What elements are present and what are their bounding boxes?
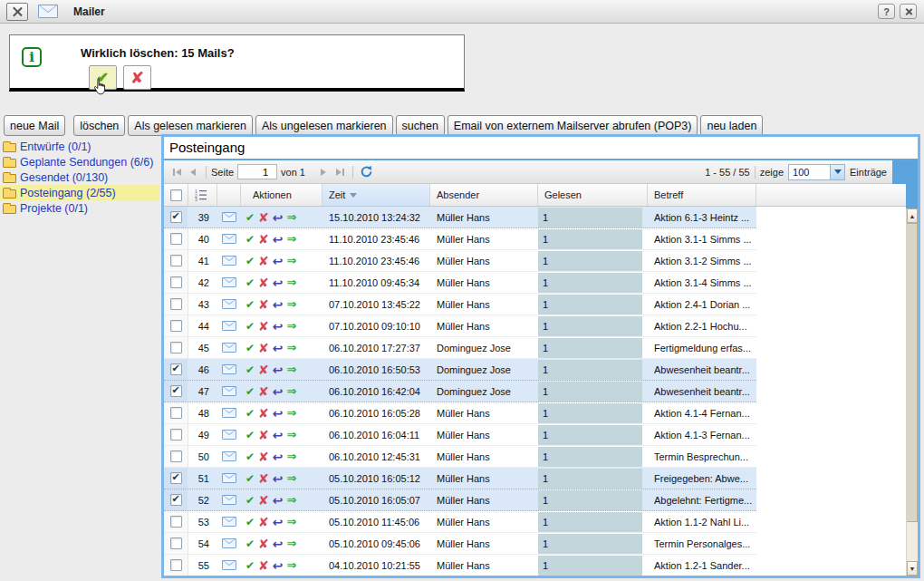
reply-icon[interactable] — [273, 255, 284, 267]
forward-icon[interactable] — [287, 233, 297, 245]
accept-icon[interactable] — [245, 451, 255, 462]
row-checkbox[interactable] — [170, 233, 182, 245]
help-button[interactable]: ? — [878, 4, 895, 19]
row-checkbox[interactable] — [170, 472, 182, 484]
table-row[interactable]: 40 11.10.2010 23:45:46 Müller Hans 1 Akt… — [164, 228, 756, 250]
delete-icon[interactable] — [258, 429, 269, 441]
accept-icon[interactable] — [245, 386, 255, 397]
table-row[interactable]: 42 11.10.2010 09:45:34 Müller Hans 1 Akt… — [164, 272, 756, 294]
mail-icon-header[interactable] — [217, 184, 241, 206]
reply-icon[interactable] — [273, 516, 284, 528]
reply-icon[interactable] — [273, 494, 284, 507]
select-all-checkbox[interactable] — [170, 189, 182, 201]
table-row[interactable]: 43 07.10.2010 13:45:22 Müller Hans 1 Akt… — [164, 294, 756, 315]
forward-icon[interactable] — [287, 276, 297, 288]
table-row[interactable]: 41 11.10.2010 23:45:46 Müller Hans 1 Akt… — [164, 250, 756, 272]
page-input[interactable] — [237, 164, 277, 179]
accept-icon[interactable] — [245, 256, 255, 266]
forward-icon[interactable] — [287, 407, 297, 419]
window-close-button[interactable] — [6, 3, 28, 21]
scroll-up-button[interactable] — [907, 208, 918, 223]
forward-icon[interactable] — [287, 516, 297, 528]
refresh-button[interactable] — [360, 165, 373, 179]
row-checkbox[interactable] — [170, 516, 182, 528]
row-checkbox[interactable] — [170, 450, 182, 462]
reply-icon[interactable] — [273, 320, 284, 333]
sidebar-folder-item[interactable]: Gesendet (0/130) — [0, 169, 159, 185]
forward-icon[interactable] — [287, 255, 297, 266]
table-row[interactable]: 47 06.10.2010 16:42:04 Dominguez Jose 1 … — [164, 381, 756, 402]
last-page-button[interactable] — [332, 164, 348, 180]
sidebar-folder-item[interactable]: Geplante Sendungen (6/6) — [0, 154, 159, 169]
accept-icon[interactable] — [245, 321, 255, 332]
forward-icon[interactable] — [287, 363, 297, 375]
reply-icon[interactable] — [273, 211, 284, 224]
delete-icon[interactable] — [258, 298, 269, 311]
reply-icon[interactable] — [273, 276, 284, 289]
row-checkbox[interactable] — [170, 298, 182, 310]
delete-icon[interactable] — [258, 342, 269, 354]
close-button[interactable] — [900, 4, 917, 19]
delete-icon[interactable] — [258, 320, 269, 333]
row-checkbox[interactable] — [170, 276, 182, 288]
reply-icon[interactable] — [273, 472, 284, 485]
forward-icon[interactable] — [287, 559, 297, 571]
forward-icon[interactable] — [287, 342, 297, 353]
column-header-absender[interactable]: Absender — [430, 184, 538, 206]
delete-icon[interactable] — [258, 407, 269, 420]
row-checkbox[interactable] — [170, 385, 182, 397]
accept-icon[interactable] — [245, 299, 255, 310]
delete-icon[interactable] — [258, 255, 269, 267]
delete-icon[interactable] — [258, 211, 269, 224]
accept-icon[interactable] — [245, 538, 255, 549]
reply-icon[interactable] — [273, 298, 284, 311]
reply-icon[interactable] — [273, 233, 284, 246]
delete-icon[interactable] — [258, 233, 269, 246]
table-row[interactable]: 52 05.10.2010 16:05:07 Müller Hans 1 Abg… — [164, 489, 756, 511]
column-header-zeit[interactable]: Zeit — [322, 184, 430, 206]
reply-icon[interactable] — [273, 385, 284, 398]
row-checkbox[interactable] — [170, 211, 182, 223]
table-row[interactable]: 44 07.10.2010 09:10:10 Müller Hans 1 Akt… — [164, 315, 756, 337]
scrollbar-track[interactable] — [907, 223, 918, 561]
reply-icon[interactable] — [273, 342, 284, 354]
accept-icon[interactable] — [245, 473, 255, 484]
table-row[interactable]: 39 15.10.2010 13:24:32 Müller Hans 1 Akt… — [164, 207, 756, 228]
page-size-select[interactable]: 100 — [788, 164, 845, 180]
row-checkbox[interactable] — [170, 342, 182, 353]
accept-icon[interactable] — [245, 234, 255, 245]
forward-icon[interactable] — [287, 429, 297, 441]
scrollbar-thumb[interactable] — [907, 223, 918, 522]
accept-icon[interactable] — [245, 277, 255, 288]
prev-page-button[interactable] — [185, 164, 201, 180]
delete-icon[interactable] — [258, 385, 269, 398]
row-checkbox[interactable] — [170, 255, 182, 266]
mark-read-button[interactable]: Als gelesen markieren — [128, 115, 253, 136]
reply-icon[interactable] — [273, 363, 284, 376]
table-row[interactable]: 55 04.10.2010 10:21:55 Müller Hans 1 Akt… — [164, 555, 756, 576]
column-header-gelesen[interactable]: Gelesen — [538, 184, 648, 206]
forward-icon[interactable] — [287, 385, 297, 397]
forward-icon[interactable] — [287, 494, 297, 506]
accept-icon[interactable] — [245, 430, 255, 441]
sidebar-folder-item[interactable]: Projekte (0/1) — [0, 200, 159, 216]
accept-icon[interactable] — [245, 408, 255, 419]
row-checkbox[interactable] — [170, 363, 182, 375]
row-checkbox[interactable] — [170, 537, 182, 549]
mark-unread-button[interactable]: Als ungelesen markieren — [255, 115, 393, 136]
delete-icon[interactable] — [258, 363, 269, 376]
reload-button[interactable]: neu laden — [700, 115, 763, 136]
row-checkbox[interactable] — [170, 429, 182, 441]
forward-icon[interactable] — [287, 450, 297, 462]
forward-icon[interactable] — [287, 320, 297, 332]
table-row[interactable]: 54 05.10.2010 09:45:06 Müller Hans 1 Ter… — [164, 533, 756, 555]
row-checkbox[interactable] — [170, 494, 182, 506]
accept-icon[interactable] — [245, 343, 255, 353]
table-row[interactable]: 48 06.10.2010 16:05:28 Müller Hans 1 Akt… — [164, 402, 756, 424]
column-header-aktionen[interactable]: Aktionen — [241, 184, 322, 206]
table-row[interactable]: 45 06.10.2010 17:27:37 Dominguez Jose 1 … — [164, 337, 756, 359]
delete-icon[interactable] — [258, 494, 269, 507]
delete-icon[interactable] — [258, 276, 269, 289]
cancel-button[interactable] — [123, 65, 151, 90]
forward-icon[interactable] — [287, 472, 297, 484]
